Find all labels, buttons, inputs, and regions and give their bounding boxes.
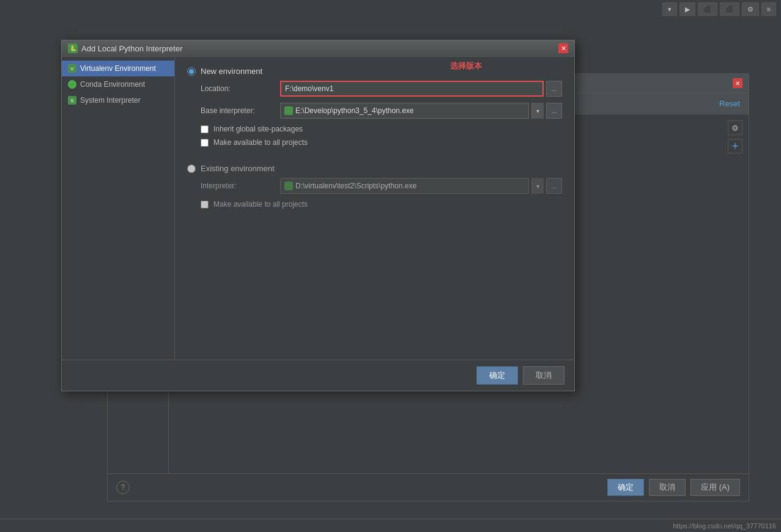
dialog-confirm-btn[interactable]: 确定 — [476, 366, 518, 385]
inherit-label: Inherit global site-packages — [213, 125, 303, 133]
status-url: https://blog.csdn.net/qq_37770116 — [673, 522, 776, 530]
interpreter-icon — [284, 106, 293, 115]
base-interpreter-text: E:\Develop\python3_5_4\python.exe — [295, 106, 413, 115]
existing-env-label: Existing environment — [201, 164, 275, 173]
dialog-body: V Virtualenv Environment Conda Environme… — [62, 57, 574, 360]
base-interpreter-browse-btn[interactable]: ... — [546, 103, 562, 119]
location-input-wrap: ... — [280, 81, 562, 97]
env-item-conda[interactable]: Conda Environment — [62, 76, 174, 92]
new-env-radio-row: New environment — [187, 67, 562, 76]
location-label: Location: — [201, 84, 280, 93]
new-env-group: New environment Location: ... Base inter… — [187, 67, 562, 147]
existing-make-available-row: Make available to all projects — [201, 200, 562, 209]
make-available-label: Make available to all projects — [213, 138, 308, 147]
dialog-title: Add Local Python Interpreter — [81, 44, 183, 53]
interpreter-select-wrap: D:\virtualenv\test2\Scripts\python.exe ▾… — [280, 178, 562, 194]
base-interpreter-label: Base interpreter: — [201, 106, 280, 115]
dialog-cancel-btn[interactable]: 取消 — [523, 366, 564, 385]
interpreter-browse-btn[interactable]: ... — [546, 178, 562, 194]
existing-make-available-checkbox[interactable] — [201, 201, 209, 209]
dialog-icon: 🐍 — [68, 43, 78, 53]
interpreter-icon-existing — [284, 182, 293, 190]
conda-icon — [68, 80, 76, 89]
virtualenv-icon: V — [68, 64, 76, 73]
inherit-checkbox-row: Inherit global site-packages — [201, 125, 562, 133]
system-icon: S — [68, 96, 76, 105]
dialog-title-area: 🐍 Add Local Python Interpreter — [68, 43, 183, 53]
location-input[interactable] — [280, 81, 544, 97]
section-divider — [187, 157, 562, 164]
conda-label: Conda Environment — [80, 80, 145, 89]
dialog-overlay: 🐍 Add Local Python Interpreter ✕ V Virtu… — [0, 0, 781, 532]
make-available-checkbox-row: Make available to all projects — [201, 138, 562, 147]
select-arrow-icon[interactable]: ▾ — [531, 103, 544, 119]
new-env-radio[interactable] — [187, 67, 196, 76]
base-interpreter-select[interactable]: E:\Develop\python3_5_4\python.exe — [280, 103, 529, 119]
status-bar: https://blog.csdn.net/qq_37770116 — [0, 519, 781, 532]
dialog-footer: 确定 取消 — [62, 360, 574, 391]
interpreter-dialog: 🐍 Add Local Python Interpreter ✕ V Virtu… — [61, 40, 575, 391]
existing-env-radio-row: Existing environment — [187, 164, 562, 173]
dialog-right-panel: New environment Location: ... Base inter… — [175, 57, 574, 360]
base-interpreter-select-wrap: E:\Develop\python3_5_4\python.exe ▾ ... — [280, 103, 562, 119]
location-browse-btn[interactable]: ... — [546, 81, 562, 97]
env-item-system[interactable]: S System Interpreter — [62, 92, 174, 108]
dialog-titlebar: 🐍 Add Local Python Interpreter ✕ — [62, 40, 574, 57]
existing-select-arrow-icon[interactable]: ▾ — [531, 178, 544, 194]
interpreter-label: Interpreter: — [201, 182, 280, 190]
base-interpreter-group: Base interpreter: E:\Develop\python3_5_4… — [201, 103, 562, 119]
virtualenv-label: Virtualenv Environment — [80, 64, 156, 73]
interpreter-text: D:\virtualenv\test2\Scripts\python.exe — [295, 182, 416, 190]
system-label: System Interpreter — [80, 96, 141, 105]
base-interpreter-value: E:\Develop\python3_5_4\python.exe — [284, 106, 525, 115]
new-env-label: New environment — [201, 67, 262, 76]
interpreter-group: Interpreter: D:\virtualenv\test2\Scripts… — [201, 178, 562, 194]
existing-env-radio[interactable] — [187, 164, 196, 173]
existing-make-available-label: Make available to all projects — [213, 200, 308, 209]
make-available-checkbox[interactable] — [201, 139, 209, 147]
interpreter-value: D:\virtualenv\test2\Scripts\python.exe — [284, 182, 525, 190]
dialog-close-btn[interactable]: ✕ — [558, 43, 568, 53]
location-group: Location: ... — [201, 81, 562, 97]
existing-env-group: Existing environment Interpreter: D:\vir… — [187, 164, 562, 209]
dialog-left-panel: V Virtualenv Environment Conda Environme… — [62, 57, 175, 360]
interpreter-select[interactable]: D:\virtualenv\test2\Scripts\python.exe — [280, 178, 529, 194]
inherit-checkbox[interactable] — [201, 125, 209, 133]
env-item-virtualenv[interactable]: V Virtualenv Environment — [62, 61, 174, 76]
